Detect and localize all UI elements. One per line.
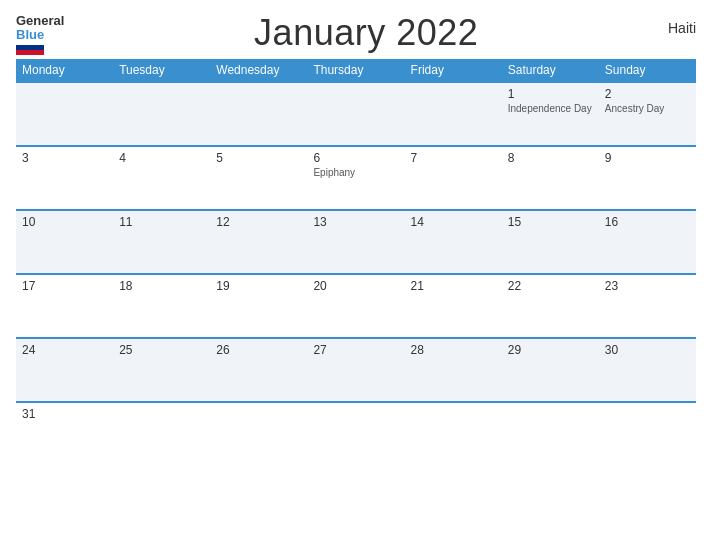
title-area: January 2022: [64, 12, 668, 54]
calendar-cell: 28: [405, 338, 502, 402]
weekday-header-saturday: Saturday: [502, 59, 599, 82]
calendar-cell: 5: [210, 146, 307, 210]
day-number: 26: [216, 343, 301, 357]
logo-area: General Blue: [16, 12, 64, 55]
calendar-cell: 23: [599, 274, 696, 338]
calendar-cell: 21: [405, 274, 502, 338]
calendar-cell: 16: [599, 210, 696, 274]
calendar-week-row: 24252627282930: [16, 338, 696, 402]
calendar-cell: 15: [502, 210, 599, 274]
calendar-cell: 17: [16, 274, 113, 338]
calendar-cell: 22: [502, 274, 599, 338]
weekday-header-wednesday: Wednesday: [210, 59, 307, 82]
calendar-cell: 6Epiphany: [307, 146, 404, 210]
calendar-cell: 30: [599, 338, 696, 402]
calendar-table: MondayTuesdayWednesdayThursdayFridaySatu…: [16, 59, 696, 450]
calendar-cell: [599, 402, 696, 450]
day-number: 20: [313, 279, 398, 293]
day-number: 27: [313, 343, 398, 357]
day-number: 17: [22, 279, 107, 293]
logo-general-text: General: [16, 14, 64, 28]
weekday-header-row: MondayTuesdayWednesdayThursdayFridaySatu…: [16, 59, 696, 82]
calendar-cell: 29: [502, 338, 599, 402]
event-label: Independence Day: [508, 103, 593, 114]
calendar-week-row: 10111213141516: [16, 210, 696, 274]
calendar-cell: 19: [210, 274, 307, 338]
day-number: 1: [508, 87, 593, 101]
calendar-page: General Blue January 2022 Haiti MondayTu…: [0, 0, 712, 550]
calendar-title: January 2022: [64, 12, 668, 54]
day-number: 25: [119, 343, 204, 357]
day-number: 22: [508, 279, 593, 293]
day-number: 31: [22, 407, 107, 421]
day-number: 16: [605, 215, 690, 229]
calendar-cell: 31: [16, 402, 113, 450]
calendar-cell: 27: [307, 338, 404, 402]
calendar-cell: 14: [405, 210, 502, 274]
calendar-cell: [113, 82, 210, 146]
calendar-week-row: 1Independence Day2Ancestry Day: [16, 82, 696, 146]
calendar-cell: 1Independence Day: [502, 82, 599, 146]
calendar-cell: [210, 402, 307, 450]
calendar-cell: 2Ancestry Day: [599, 82, 696, 146]
day-number: 12: [216, 215, 301, 229]
day-number: 6: [313, 151, 398, 165]
day-number: 23: [605, 279, 690, 293]
calendar-cell: 4: [113, 146, 210, 210]
logo-flag: [16, 45, 44, 55]
day-number: 15: [508, 215, 593, 229]
calendar-cell: [113, 402, 210, 450]
calendar-week-row: 31: [16, 402, 696, 450]
calendar-cell: 20: [307, 274, 404, 338]
calendar-cell: 9: [599, 146, 696, 210]
weekday-header-sunday: Sunday: [599, 59, 696, 82]
weekday-header-monday: Monday: [16, 59, 113, 82]
day-number: 4: [119, 151, 204, 165]
weekday-header-thursday: Thursday: [307, 59, 404, 82]
day-number: 9: [605, 151, 690, 165]
calendar-cell: [210, 82, 307, 146]
calendar-cell: 11: [113, 210, 210, 274]
calendar-cell: 12: [210, 210, 307, 274]
weekday-header-friday: Friday: [405, 59, 502, 82]
day-number: 13: [313, 215, 398, 229]
day-number: 3: [22, 151, 107, 165]
calendar-cell: [16, 82, 113, 146]
day-number: 19: [216, 279, 301, 293]
day-number: 14: [411, 215, 496, 229]
day-number: 11: [119, 215, 204, 229]
calendar-week-row: 17181920212223: [16, 274, 696, 338]
calendar-cell: [307, 402, 404, 450]
calendar-cell: 10: [16, 210, 113, 274]
calendar-cell: 7: [405, 146, 502, 210]
calendar-cell: 3: [16, 146, 113, 210]
calendar-cell: [307, 82, 404, 146]
day-number: 5: [216, 151, 301, 165]
calendar-cell: 8: [502, 146, 599, 210]
day-number: 28: [411, 343, 496, 357]
calendar-cell: 13: [307, 210, 404, 274]
day-number: 2: [605, 87, 690, 101]
country-label: Haiti: [668, 12, 696, 36]
calendar-cell: 26: [210, 338, 307, 402]
day-number: 29: [508, 343, 593, 357]
day-number: 21: [411, 279, 496, 293]
calendar-cell: 24: [16, 338, 113, 402]
calendar-cell: [405, 402, 502, 450]
day-number: 30: [605, 343, 690, 357]
day-number: 8: [508, 151, 593, 165]
calendar-cell: 18: [113, 274, 210, 338]
calendar-cell: 25: [113, 338, 210, 402]
logo-blue-text: Blue: [16, 28, 44, 42]
calendar-cell: [405, 82, 502, 146]
day-number: 7: [411, 151, 496, 165]
header: General Blue January 2022 Haiti: [16, 12, 696, 55]
calendar-cell: [502, 402, 599, 450]
day-number: 24: [22, 343, 107, 357]
weekday-header-tuesday: Tuesday: [113, 59, 210, 82]
day-number: 18: [119, 279, 204, 293]
event-label: Epiphany: [313, 167, 398, 178]
day-number: 10: [22, 215, 107, 229]
event-label: Ancestry Day: [605, 103, 690, 114]
calendar-week-row: 3456Epiphany789: [16, 146, 696, 210]
